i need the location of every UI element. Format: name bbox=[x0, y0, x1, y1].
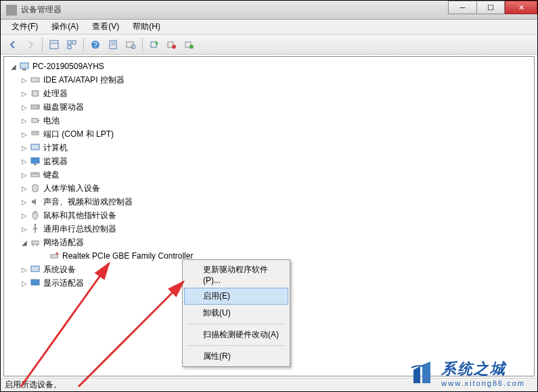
expander-icon[interactable]: ▷ bbox=[20, 171, 28, 179]
ctx-separator bbox=[187, 345, 286, 346]
tree-item-label: 电池 bbox=[43, 115, 60, 127]
update-driver-button[interactable] bbox=[164, 37, 180, 53]
expander-icon[interactable]: ▷ bbox=[20, 103, 28, 111]
tree-item-battery[interactable]: ▷ 电池 bbox=[7, 114, 531, 127]
view-resources-button[interactable] bbox=[64, 37, 80, 53]
watermark-icon bbox=[410, 360, 437, 387]
tree-item-label: 声音、视频和游戏控制器 bbox=[43, 196, 133, 208]
system-icon bbox=[30, 264, 41, 275]
tree-item-hid[interactable]: ▷ 人体学输入设备 bbox=[7, 181, 531, 195]
minimize-button[interactable]: ─ bbox=[448, 1, 476, 14]
watermark-url: www.xitong86.com bbox=[441, 379, 525, 387]
tree-item-label: 鼠标和其他指针设备 bbox=[43, 210, 116, 221]
display-icon bbox=[30, 278, 41, 288]
tree-item-keyboard[interactable]: ▷ 键盘 bbox=[7, 168, 531, 181]
tree-item-processor[interactable]: ▷ 处理器 bbox=[7, 87, 531, 100]
toolbar-separator bbox=[42, 38, 43, 51]
watermark-title: 系统之城 bbox=[441, 359, 525, 379]
expander-icon[interactable]: ◢ bbox=[9, 62, 18, 70]
svg-point-30 bbox=[33, 132, 35, 133]
svg-point-14 bbox=[172, 45, 176, 49]
window-controls: ─ ☐ ✕ bbox=[448, 1, 537, 14]
tree-item-mouse[interactable]: ▷ 鼠标和其他指针设备 bbox=[7, 209, 531, 222]
tree-item-usb[interactable]: ▷ 通用串行总线控制器 bbox=[7, 222, 531, 236]
menu-action[interactable]: 操作(A) bbox=[45, 20, 85, 34]
ctx-separator bbox=[187, 324, 286, 324]
tree-item-computer[interactable]: ▷ 计算机 bbox=[7, 141, 531, 154]
disk-icon bbox=[30, 102, 41, 112]
tree-item-label: 键盘 bbox=[43, 169, 60, 181]
tree-item-sound[interactable]: ▷ 声音、视频和游戏控制器 bbox=[7, 195, 531, 209]
ctx-uninstall[interactable]: 卸载(U) bbox=[184, 305, 288, 322]
svg-rect-3 bbox=[72, 41, 76, 44]
svg-point-26 bbox=[37, 106, 39, 108]
ctx-properties[interactable]: 属性(R) bbox=[184, 348, 288, 365]
svg-rect-37 bbox=[32, 185, 38, 192]
svg-rect-44 bbox=[51, 255, 58, 258]
toolbar-separator bbox=[142, 38, 143, 51]
tree-item-disk[interactable]: ▷ 磁盘驱动器 bbox=[7, 100, 531, 114]
statusbar-text: 启用所选设备。 bbox=[5, 379, 62, 391]
menu-view[interactable]: 查看(V) bbox=[85, 20, 126, 34]
view-devices-button[interactable] bbox=[46, 37, 62, 53]
expander-icon[interactable]: ▷ bbox=[20, 144, 28, 152]
usb-icon bbox=[30, 223, 41, 234]
help-button[interactable]: ? bbox=[87, 37, 104, 53]
expander-icon[interactable]: ▷ bbox=[20, 116, 28, 125]
svg-rect-4 bbox=[68, 45, 71, 49]
titlebar: 设备管理器 ─ ☐ ✕ bbox=[1, 1, 537, 20]
computer-icon bbox=[30, 142, 41, 153]
monitor-icon bbox=[30, 156, 41, 167]
svg-rect-2 bbox=[68, 41, 71, 44]
expander-icon[interactable]: ▷ bbox=[20, 198, 28, 206]
expander-icon[interactable]: ▷ bbox=[20, 211, 28, 219]
uninstall-button[interactable] bbox=[181, 37, 198, 53]
ctx-update-driver[interactable]: 更新驱动程序软件(P)... bbox=[184, 261, 288, 288]
enable-button[interactable] bbox=[146, 37, 162, 53]
tree-item-label: 网络适配器 bbox=[43, 237, 84, 248]
maximize-button[interactable]: ☐ bbox=[476, 1, 505, 14]
expander-icon[interactable]: ▷ bbox=[20, 265, 28, 274]
tree-item-label: Realtek PCIe GBE Family Controller bbox=[62, 251, 193, 261]
tree-item-label: 显示适配器 bbox=[43, 278, 84, 289]
toolbar-separator bbox=[83, 38, 84, 51]
cpu-icon bbox=[30, 88, 41, 99]
expander-icon[interactable]: ▷ bbox=[20, 89, 28, 97]
ctx-scan-hardware[interactable]: 扫描检测硬件改动(A) bbox=[184, 326, 288, 343]
watermark: 系统之城 www.xitong86.com bbox=[410, 359, 525, 387]
expander-icon[interactable]: ▷ bbox=[20, 130, 28, 138]
back-button[interactable] bbox=[5, 37, 21, 53]
expander-icon[interactable]: ▷ bbox=[20, 279, 28, 287]
svg-rect-46 bbox=[31, 280, 39, 285]
expander-icon[interactable]: ▷ bbox=[20, 76, 28, 84]
scan-button[interactable] bbox=[122, 37, 139, 53]
forward-button[interactable] bbox=[22, 37, 39, 53]
expander-icon[interactable]: ▷ bbox=[20, 157, 28, 165]
svg-rect-27 bbox=[32, 118, 38, 123]
menu-help[interactable]: 帮助(H) bbox=[126, 20, 167, 34]
svg-rect-45 bbox=[31, 266, 39, 271]
svg-rect-28 bbox=[38, 120, 39, 121]
expander-icon[interactable]: ▷ bbox=[20, 225, 28, 233]
svg-rect-41 bbox=[32, 241, 39, 244]
tree-item-monitor[interactable]: ▷ 监视器 bbox=[7, 154, 531, 168]
app-icon bbox=[6, 5, 17, 16]
close-button[interactable]: ✕ bbox=[505, 1, 537, 14]
tree-item-network[interactable]: ◢ 网络适配器 bbox=[7, 236, 531, 249]
tree-item-ports[interactable]: ▷ 端口 (COM 和 LPT) bbox=[7, 127, 531, 141]
tree-item-label: IDE ATA/ATAPI 控制器 bbox=[43, 74, 125, 86]
port-icon bbox=[30, 129, 41, 139]
svg-rect-33 bbox=[31, 158, 39, 163]
expander-icon[interactable]: ◢ bbox=[20, 238, 28, 246]
expander-icon[interactable]: ▷ bbox=[20, 184, 28, 192]
properties-button[interactable] bbox=[105, 37, 121, 53]
tree-item-ide[interactable]: ▷ IDE ATA/ATAPI 控制器 bbox=[7, 73, 531, 87]
svg-rect-29 bbox=[32, 131, 39, 135]
tree-root[interactable]: ◢ PC-20190509AYHS bbox=[7, 60, 531, 73]
svg-rect-34 bbox=[34, 164, 37, 165]
svg-point-16 bbox=[189, 45, 194, 49]
window-title: 设备管理器 bbox=[21, 4, 62, 16]
svg-rect-0 bbox=[50, 41, 58, 49]
menu-file[interactable]: 文件(F) bbox=[5, 20, 45, 34]
ctx-enable[interactable]: 启用(E) bbox=[184, 288, 288, 305]
